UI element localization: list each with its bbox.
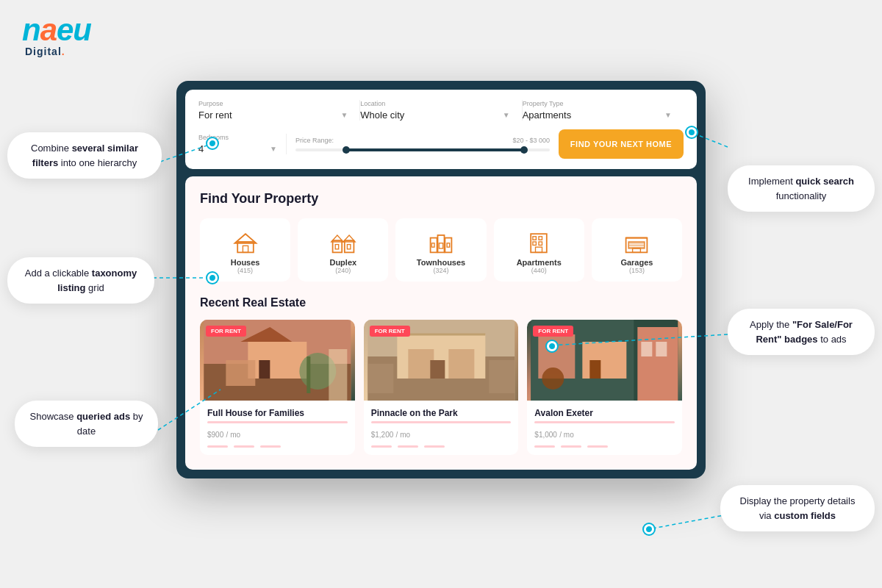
svg-rect-55 [583,342,627,379]
main-card: Purpose For rent ▼ Location Whole city ▼… [176,81,706,478]
type-card-garages[interactable]: Garages (153) [592,218,682,282]
svg-rect-59 [642,342,653,356]
price-slider[interactable] [295,148,550,151]
detail-bar-size-2 [424,445,445,448]
slider-thumb-left[interactable] [343,146,350,154]
svg-rect-26 [536,247,542,252]
svg-rect-36 [248,342,306,379]
listing-card-1[interactable]: For Rent Full House for Families $900 / … [200,320,355,455]
callout-filters: Combine several similar filters into one… [7,132,162,179]
purpose-value: For rent ▼ [198,110,348,121]
listing-name-2: Pinnacle on the Park [371,408,512,418]
filter-row-top: Purpose For rent ▼ Location Whole city ▼… [198,100,684,121]
property-type-value: Apartments ▼ [523,110,672,121]
find-button[interactable]: FIND YOUR NEXT HOME [559,129,684,159]
detail-bar-size-3 [587,445,608,448]
detail-bar-bath [234,445,254,448]
detail-size-3 [587,445,608,448]
svg-rect-8 [243,245,248,252]
listing-details-2 [371,445,512,448]
svg-rect-24 [533,242,537,245]
listing-name-1: Full House for Families [207,408,348,418]
detail-size-1 [260,445,281,448]
svg-rect-56 [638,327,678,401]
svg-rect-25 [539,242,542,245]
location-arrow: ▼ [503,111,510,119]
garages-icon [623,229,650,255]
listing-img-1: For Rent [200,320,355,401]
listing-details-1 [207,445,348,448]
svg-rect-46 [408,349,434,379]
svg-rect-41 [306,356,310,393]
connector-dot-taxonomy [207,273,218,283]
type-count-townhouses: (324) [401,267,480,274]
callout-search: Implement quick search functionality [728,165,875,212]
detail-bed-3 [534,445,555,448]
listing-card-2[interactable]: For Rent Pinnacle on the Park $1,200 / m… [364,320,519,455]
svg-rect-47 [448,349,474,379]
slider-fill [346,148,524,151]
callout-taxonomy: Add a clickable taxonomy listing grid [7,257,154,304]
svg-point-57 [542,368,564,390]
location-filter[interactable]: Location Whole city ▼ [360,100,522,121]
property-area: Find Your Property Houses (415) [185,176,697,470]
type-count-apartments: (440) [500,267,578,274]
houses-icon [232,229,259,255]
recent-title: Recent Real Estate [200,296,682,309]
property-section-title: Find Your Property [200,191,682,207]
listing-info-2: Pinnacle on the Park $1,200 / mo [364,401,519,455]
logo-digital: Digital. [25,46,91,57]
detail-bar-bed-2 [371,445,392,448]
svg-rect-42 [329,349,347,401]
property-type-filter[interactable]: Property Type Apartments ▼ [523,100,684,121]
listing-info-3: Avalon Exeter $1,000 / mo [527,401,682,455]
listing-price-bar-2 [371,421,512,423]
type-card-houses[interactable]: Houses (415) [200,218,290,282]
badge-3: For Rent [533,326,573,337]
svg-rect-37 [226,360,255,386]
svg-rect-23 [539,237,542,240]
listing-info-1: Full House for Families $900 / mo [200,401,355,455]
callout-badges: Apply the "For Sale/For Rent" badges to … [728,309,875,355]
detail-bar-size [260,445,281,448]
duplex-icon [330,229,356,255]
price-range-filter[interactable]: Price Range: $20 - $3 000 [295,137,550,151]
type-name-garages: Garages [598,258,676,267]
bedrooms-arrow: ▼ [270,145,277,153]
listing-price-3: $1,000 / mo [534,429,675,440]
detail-bath-2 [398,445,418,448]
purpose-arrow: ▼ [340,111,348,119]
townhouses-icon [428,229,454,255]
connector-dot-search [686,127,697,137]
badge-1: For Rent [206,326,246,337]
svg-rect-58 [590,360,601,379]
detail-bath-1 [234,445,254,448]
purpose-filter[interactable]: Purpose For rent ▼ [198,100,360,121]
type-card-apartments[interactable]: Apartments (440) [494,218,584,282]
type-card-duplex[interactable]: Duplex (240) [298,218,388,282]
listing-name-3: Avalon Exeter [534,408,675,418]
svg-rect-22 [533,237,537,240]
svg-line-5 [648,514,728,529]
search-bar: Purpose For rent ▼ Location Whole city ▼… [185,90,697,169]
listing-card-3[interactable]: For Rent Avalon Exeter $1,000 / mo [527,320,682,455]
type-name-apartments: Apartments [500,258,578,267]
logo-naeu: naeu [22,15,91,46]
listing-img-3: For Rent [527,320,682,401]
type-count-houses: (415) [206,267,284,274]
listing-price-bar-3 [534,421,675,423]
type-card-townhouses[interactable]: Townhouses (324) [395,218,486,282]
detail-bar-bath-3 [561,445,581,448]
location-value: Whole city ▼ [360,110,509,121]
listing-price-1: $900 / mo [207,429,348,440]
listing-details-3 [534,445,675,448]
svg-rect-39 [259,360,270,379]
detail-size-2 [424,445,445,448]
badge-2: For Rent [370,326,410,337]
slider-thumb-right[interactable] [520,146,528,154]
svg-rect-48 [430,360,445,379]
detail-bed-1 [207,445,228,448]
listing-price-bar-1 [207,421,348,423]
svg-rect-14 [347,245,351,249]
price-range-label: Price Range: $20 - $3 000 [295,137,550,144]
